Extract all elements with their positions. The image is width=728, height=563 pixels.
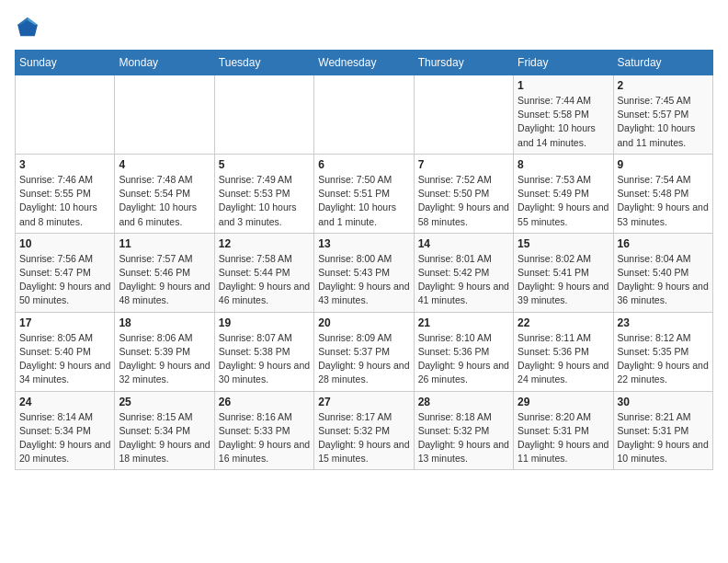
day-number: 11 [119, 237, 210, 250]
day-number: 1 [518, 79, 609, 92]
calendar-cell: 6Sunrise: 7:50 AMSunset: 5:51 PMDaylight… [314, 154, 414, 233]
day-number: 3 [19, 158, 110, 171]
calendar-cell: 15Sunrise: 8:02 AMSunset: 5:41 PMDayligh… [514, 233, 613, 312]
day-number: 4 [119, 158, 210, 171]
calendar-cell [16, 75, 115, 155]
day-number: 26 [219, 396, 310, 408]
page-header [15, 15, 713, 40]
calendar-week-row: 17Sunrise: 8:05 AMSunset: 5:40 PMDayligh… [16, 312, 713, 391]
day-info: Sunrise: 8:07 AMSunset: 5:38 PMDaylight:… [219, 331, 310, 387]
calendar-week-row: 24Sunrise: 8:14 AMSunset: 5:34 PMDayligh… [16, 391, 713, 470]
day-info: Sunrise: 8:15 AMSunset: 5:34 PMDaylight:… [119, 410, 210, 466]
calendar-cell: 7Sunrise: 7:52 AMSunset: 5:50 PMDaylight… [414, 154, 513, 233]
day-info: Sunrise: 8:01 AMSunset: 5:42 PMDaylight:… [418, 252, 509, 308]
day-number: 6 [318, 158, 409, 171]
day-number: 2 [618, 79, 709, 92]
day-number: 19 [219, 316, 310, 329]
weekday-header-tuesday: Tuesday [214, 51, 313, 75]
weekday-header-thursday: Thursday [414, 51, 513, 75]
day-info: Sunrise: 7:46 AMSunset: 5:55 PMDaylight:… [19, 173, 110, 229]
day-info: Sunrise: 8:05 AMSunset: 5:40 PMDaylight:… [19, 331, 110, 387]
calendar-cell [115, 75, 214, 155]
weekday-header-monday: Monday [115, 51, 214, 75]
day-info: Sunrise: 8:16 AMSunset: 5:33 PMDaylight:… [219, 410, 310, 466]
day-number: 30 [618, 396, 709, 408]
day-info: Sunrise: 8:12 AMSunset: 5:35 PMDaylight:… [618, 331, 709, 387]
day-number: 23 [618, 316, 709, 329]
calendar-week-row: 1Sunrise: 7:44 AMSunset: 5:58 PMDaylight… [16, 75, 713, 155]
calendar-cell: 30Sunrise: 8:21 AMSunset: 5:31 PMDayligh… [613, 391, 712, 470]
day-info: Sunrise: 7:50 AMSunset: 5:51 PMDaylight:… [318, 173, 409, 229]
day-number: 27 [318, 396, 409, 408]
calendar-cell: 9Sunrise: 7:54 AMSunset: 5:48 PMDaylight… [613, 154, 712, 233]
day-number: 14 [418, 237, 509, 250]
day-number: 25 [119, 396, 210, 408]
calendar-cell: 24Sunrise: 8:14 AMSunset: 5:34 PMDayligh… [16, 391, 115, 470]
day-info: Sunrise: 8:18 AMSunset: 5:32 PMDaylight:… [418, 410, 509, 466]
day-number: 13 [318, 237, 409, 250]
weekday-header-saturday: Saturday [613, 51, 712, 75]
day-info: Sunrise: 8:14 AMSunset: 5:34 PMDaylight:… [19, 410, 110, 466]
calendar-cell: 2Sunrise: 7:45 AMSunset: 5:57 PMDaylight… [613, 75, 712, 155]
day-info: Sunrise: 7:44 AMSunset: 5:58 PMDaylight:… [518, 94, 609, 150]
day-number: 8 [518, 158, 609, 171]
day-number: 12 [219, 237, 310, 250]
calendar-cell [314, 75, 414, 155]
day-number: 7 [418, 158, 509, 171]
day-number: 10 [19, 237, 110, 250]
calendar-week-row: 10Sunrise: 7:56 AMSunset: 5:47 PMDayligh… [16, 233, 713, 312]
calendar-cell: 14Sunrise: 8:01 AMSunset: 5:42 PMDayligh… [414, 233, 513, 312]
day-number: 18 [119, 316, 210, 329]
calendar-cell: 19Sunrise: 8:07 AMSunset: 5:38 PMDayligh… [214, 312, 313, 391]
day-number: 16 [618, 237, 709, 250]
calendar-cell: 28Sunrise: 8:18 AMSunset: 5:32 PMDayligh… [414, 391, 513, 470]
calendar-table: SundayMondayTuesdayWednesdayThursdayFrid… [15, 50, 713, 470]
calendar-cell: 5Sunrise: 7:49 AMSunset: 5:53 PMDaylight… [214, 154, 313, 233]
calendar-cell: 3Sunrise: 7:46 AMSunset: 5:55 PMDaylight… [16, 154, 115, 233]
weekday-header-friday: Friday [514, 51, 613, 75]
calendar-cell: 21Sunrise: 8:10 AMSunset: 5:36 PMDayligh… [414, 312, 513, 391]
calendar-cell: 25Sunrise: 8:15 AMSunset: 5:34 PMDayligh… [115, 391, 214, 470]
calendar-cell: 18Sunrise: 8:06 AMSunset: 5:39 PMDayligh… [115, 312, 214, 391]
calendar-cell: 13Sunrise: 8:00 AMSunset: 5:43 PMDayligh… [314, 233, 414, 312]
day-info: Sunrise: 7:54 AMSunset: 5:48 PMDaylight:… [618, 173, 709, 229]
day-number: 22 [518, 316, 609, 329]
day-info: Sunrise: 8:04 AMSunset: 5:40 PMDaylight:… [618, 252, 709, 308]
day-info: Sunrise: 8:21 AMSunset: 5:31 PMDaylight:… [618, 410, 709, 466]
day-number: 28 [418, 396, 509, 408]
day-number: 15 [518, 237, 609, 250]
calendar-week-row: 3Sunrise: 7:46 AMSunset: 5:55 PMDaylight… [16, 154, 713, 233]
day-info: Sunrise: 7:45 AMSunset: 5:57 PMDaylight:… [618, 94, 709, 150]
day-info: Sunrise: 7:52 AMSunset: 5:50 PMDaylight:… [418, 173, 509, 229]
day-info: Sunrise: 7:57 AMSunset: 5:46 PMDaylight:… [119, 252, 210, 308]
day-info: Sunrise: 7:56 AMSunset: 5:47 PMDaylight:… [19, 252, 110, 308]
day-number: 20 [318, 316, 409, 329]
day-number: 24 [19, 396, 110, 408]
calendar-cell: 29Sunrise: 8:20 AMSunset: 5:31 PMDayligh… [514, 391, 613, 470]
weekday-header-sunday: Sunday [16, 51, 115, 75]
calendar-cell [414, 75, 513, 155]
calendar-cell: 11Sunrise: 7:57 AMSunset: 5:46 PMDayligh… [115, 233, 214, 312]
day-info: Sunrise: 7:53 AMSunset: 5:49 PMDaylight:… [518, 173, 609, 229]
logo [15, 15, 44, 40]
calendar-cell [214, 75, 313, 155]
day-info: Sunrise: 8:00 AMSunset: 5:43 PMDaylight:… [318, 252, 409, 308]
calendar-cell: 4Sunrise: 7:48 AMSunset: 5:54 PMDaylight… [115, 154, 214, 233]
calendar-cell: 23Sunrise: 8:12 AMSunset: 5:35 PMDayligh… [613, 312, 712, 391]
day-info: Sunrise: 7:48 AMSunset: 5:54 PMDaylight:… [119, 173, 210, 229]
day-info: Sunrise: 8:10 AMSunset: 5:36 PMDaylight:… [418, 331, 509, 387]
weekday-header-wednesday: Wednesday [314, 51, 414, 75]
day-info: Sunrise: 8:02 AMSunset: 5:41 PMDaylight:… [518, 252, 609, 308]
calendar-cell: 12Sunrise: 7:58 AMSunset: 5:44 PMDayligh… [214, 233, 313, 312]
day-number: 9 [618, 158, 709, 171]
day-info: Sunrise: 7:58 AMSunset: 5:44 PMDaylight:… [219, 252, 310, 308]
calendar-cell: 27Sunrise: 8:17 AMSunset: 5:32 PMDayligh… [314, 391, 414, 470]
calendar-cell: 1Sunrise: 7:44 AMSunset: 5:58 PMDaylight… [514, 75, 613, 155]
calendar-cell: 8Sunrise: 7:53 AMSunset: 5:49 PMDaylight… [514, 154, 613, 233]
calendar-cell: 22Sunrise: 8:11 AMSunset: 5:36 PMDayligh… [514, 312, 613, 391]
day-info: Sunrise: 7:49 AMSunset: 5:53 PMDaylight:… [219, 173, 310, 229]
logo-icon [15, 15, 40, 40]
calendar-cell: 10Sunrise: 7:56 AMSunset: 5:47 PMDayligh… [16, 233, 115, 312]
day-info: Sunrise: 8:20 AMSunset: 5:31 PMDaylight:… [518, 410, 609, 466]
calendar-cell: 17Sunrise: 8:05 AMSunset: 5:40 PMDayligh… [16, 312, 115, 391]
